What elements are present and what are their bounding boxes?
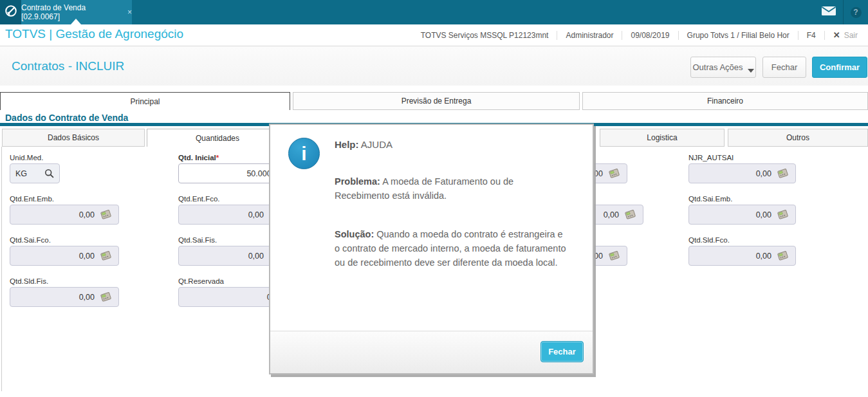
required-asterisk: * xyxy=(216,154,219,162)
calculator-icon xyxy=(608,169,622,179)
app-header: TOTVS | Gestão de Agronegócio TOTVS Serv… xyxy=(0,24,868,46)
njr-autsai-field: 0,00 xyxy=(688,163,796,183)
brand-title: TOTVS | Gestão de Agronegócio xyxy=(5,27,183,41)
unid-med-label: Unid.Med. xyxy=(10,154,43,162)
qtd-ent-fco-label: Qtd.Ent.Fco. xyxy=(178,195,220,203)
help-dialog: i Help: AJUDA Problema: A moeda de Fatur… xyxy=(269,124,594,374)
other-actions-label: Outras Ações xyxy=(692,62,743,72)
tab-principal[interactable]: Principal xyxy=(0,92,290,110)
qtd-sld-fis-field: 0,00 xyxy=(10,287,119,307)
subtab-quantidades[interactable]: Quantidades xyxy=(147,129,288,147)
mail-button[interactable] xyxy=(814,0,844,24)
qtd-inicial-label: Qtd. Inicial* xyxy=(178,154,219,162)
active-tab-notch xyxy=(71,19,81,24)
qtd-sai-fco-field: 0,00 xyxy=(10,246,119,266)
calculator-icon xyxy=(777,210,790,220)
info-icon: i xyxy=(288,138,320,169)
tab-financeiro[interactable]: Financeiro xyxy=(582,92,868,110)
problema-text: Problema: A moeda de Faturamento ou de R… xyxy=(335,175,513,203)
dialog-title-label: Help: xyxy=(335,139,359,150)
unid-med-field[interactable]: KG xyxy=(10,163,60,183)
fkey-label: F4 xyxy=(799,31,825,40)
qtd-sld-fco-field: 0,00 xyxy=(688,246,796,266)
date-label: 09/08/2019 xyxy=(622,31,678,40)
top-bar: Contrato de Venda [02.9.0067] × ? xyxy=(0,0,868,24)
qtd-sai-emb-field: 0,00 xyxy=(688,205,796,225)
qtd-sai-fis-label: Qtd.Sai.Fis. xyxy=(178,236,217,244)
njr-autsai-label: NJR_AUTSAI xyxy=(688,154,734,162)
subtab-dados-basicos[interactable]: Dados Básicos xyxy=(2,129,145,147)
question-mark-icon: ? xyxy=(851,7,862,18)
qtd-ent-emb-field: 0,00 xyxy=(10,205,119,225)
calculator-icon xyxy=(777,169,790,179)
confirm-button[interactable]: Confirmar xyxy=(812,57,867,78)
qtd-sai-fco-label: Qtd.Sai.Fco. xyxy=(10,236,51,244)
dialog-close-button[interactable]: Fechar xyxy=(540,341,584,362)
app-window: Contrato de Venda [02.9.0067] × ? TOTVS … xyxy=(0,0,868,397)
search-icon[interactable] xyxy=(44,169,54,178)
qtd-sld-fis-label: Qtd.Sld.Fis. xyxy=(10,277,48,285)
environment-label: TOTVS Serviços MSSQL P12123mnt xyxy=(412,31,558,40)
panel-left-border xyxy=(1,147,2,391)
logout-label: Sair xyxy=(844,31,858,40)
dialog-footer: Fechar xyxy=(270,331,593,373)
close-x-icon: ✕ xyxy=(833,30,840,40)
tab-previsao-de-entrega[interactable]: Previsão de Entrega xyxy=(293,92,580,110)
dialog-title: Help: AJUDA xyxy=(335,139,392,150)
protheus-logo-icon xyxy=(4,4,18,21)
session-info-bar: TOTVS Serviços MSSQL P12123mnt Administr… xyxy=(412,24,864,46)
calculator-icon xyxy=(100,251,113,261)
other-actions-button[interactable]: Outras Ações xyxy=(690,57,756,78)
app-menu-button[interactable] xyxy=(0,0,21,24)
subtab-outros[interactable]: Outros xyxy=(728,129,868,147)
qtd-sld-fco-label: Qtd.Sld.Fco. xyxy=(688,236,730,244)
solucao-text: Solução: Quando a moeda do contrato é es… xyxy=(335,228,566,270)
calculator-icon xyxy=(777,251,790,261)
close-button[interactable]: Fechar xyxy=(762,57,806,78)
page-title: Contratos - INCLUIR xyxy=(12,59,124,73)
toolbar-strip: Contratos - INCLUIR Outras Ações Fechar … xyxy=(0,46,868,86)
user-label: Administrador xyxy=(557,31,622,40)
logout-button[interactable]: ✕ Sair xyxy=(825,30,864,40)
calculator-icon xyxy=(624,210,638,220)
branch-label: Grupo Totvs 1 / Filial Belo Hor xyxy=(679,31,799,40)
window-tab-close-icon[interactable]: × xyxy=(127,8,132,17)
qt-reservada-label: Qt.Reservada xyxy=(178,277,224,285)
calculator-icon xyxy=(608,251,622,261)
unid-med-value: KG xyxy=(15,169,27,178)
qtd-ent-emb-label: Qtd.Ent.Emb. xyxy=(10,195,54,203)
chevron-down-icon xyxy=(748,69,754,73)
calculator-icon xyxy=(100,292,113,302)
help-button[interactable]: ? xyxy=(844,0,868,24)
envelope-icon xyxy=(821,6,836,19)
subtab-logistica[interactable]: Logistica xyxy=(600,129,725,147)
section-title: Dados do Contrato de Venda xyxy=(5,113,128,123)
dialog-title-value: AJUDA xyxy=(361,139,392,150)
qtd-sai-emb-label: Qtd.Sai.Emb. xyxy=(688,195,732,203)
calculator-icon xyxy=(100,210,113,220)
